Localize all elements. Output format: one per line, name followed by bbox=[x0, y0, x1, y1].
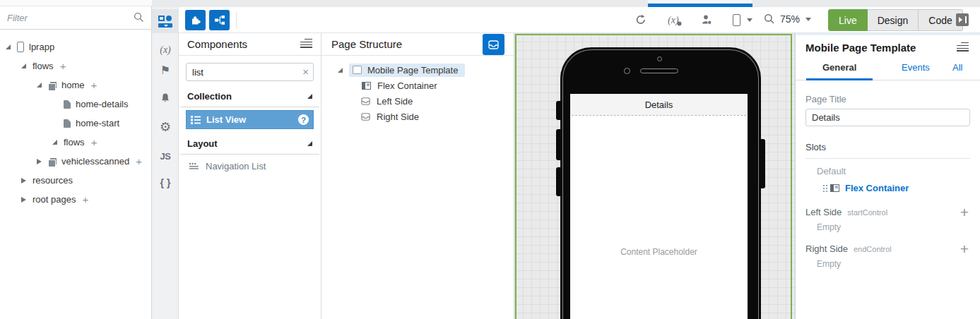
tree-item-label: flows bbox=[64, 137, 85, 148]
caret-expanded-icon[interactable] bbox=[37, 83, 42, 88]
hierarchy-icon bbox=[214, 15, 225, 25]
components-search: × bbox=[186, 63, 314, 81]
puzzle-icon bbox=[189, 14, 201, 26]
caret-collapsed-icon[interactable] bbox=[21, 178, 26, 183]
main-toolbar: (x) 75% Live Design Code bbox=[179, 7, 980, 33]
components-panel-title: Components bbox=[187, 38, 247, 50]
page-icon bbox=[64, 119, 71, 128]
components-palette-icon[interactable] bbox=[152, 9, 179, 33]
component-item-navigation-list[interactable]: Navigation List bbox=[179, 155, 321, 178]
drag-handle-icon[interactable] bbox=[823, 185, 825, 186]
components-panel-header: Components bbox=[179, 33, 321, 56]
add-icon[interactable]: + bbox=[91, 80, 98, 90]
phone-screen: Details Content Placeholder bbox=[570, 94, 748, 319]
left-panel-top-strip bbox=[0, 0, 152, 6]
caret-expanded-icon[interactable] bbox=[52, 140, 57, 145]
variables-badge-icon[interactable]: (x) bbox=[668, 15, 682, 26]
section-header-layout[interactable]: Layout bbox=[180, 138, 319, 155]
tree-item-root-pages[interactable]: root pages + bbox=[0, 190, 151, 209]
tree-item-home-start[interactable]: home-start bbox=[0, 114, 151, 133]
flow-stack-icon bbox=[48, 81, 57, 90]
tab-events[interactable]: Events bbox=[902, 62, 930, 73]
component-item-label: List View bbox=[206, 114, 298, 125]
panel-menu-icon[interactable] bbox=[300, 39, 312, 50]
clear-search-icon[interactable]: × bbox=[302, 66, 309, 78]
design-canvas[interactable]: Details Content Placeholder bbox=[514, 33, 795, 319]
components-search-input[interactable] bbox=[186, 63, 314, 81]
filter-input[interactable] bbox=[0, 6, 151, 29]
device-selector[interactable] bbox=[733, 14, 752, 26]
archive-button[interactable] bbox=[483, 34, 504, 55]
structure-item-right-side[interactable]: Right Side bbox=[321, 109, 514, 124]
structure-item-mobile-page-template[interactable]: Mobile Page Template bbox=[321, 62, 514, 78]
zoom-selector[interactable]: 75% bbox=[764, 13, 811, 25]
variables-icon[interactable]: (x) bbox=[152, 42, 179, 58]
page-template-icon bbox=[353, 66, 362, 74]
structure-item-label: Flex Container bbox=[377, 80, 437, 91]
phone-camera-dot bbox=[657, 56, 662, 61]
left-side-slot-label: Left Side bbox=[805, 207, 842, 217]
tab-general[interactable]: General bbox=[822, 62, 856, 73]
structure-tab-button[interactable] bbox=[209, 10, 230, 30]
javascript-icon[interactable]: JS bbox=[152, 148, 179, 164]
caret-collapsed-icon[interactable] bbox=[37, 159, 42, 164]
panel-menu-icon[interactable] bbox=[957, 42, 969, 54]
section-title: Collection bbox=[187, 91, 232, 102]
flag-icon[interactable]: ⚑ bbox=[152, 62, 179, 78]
add-icon[interactable]: + bbox=[136, 156, 142, 167]
tree-item-label: home-details bbox=[76, 99, 128, 109]
components-palette-glyph bbox=[158, 16, 172, 28]
tree-item-resources[interactable]: resources bbox=[0, 171, 151, 190]
top-tab-strip bbox=[152, 0, 980, 7]
page-header[interactable]: Details bbox=[570, 94, 748, 115]
left-side-slot-row: Left Side startControl + bbox=[805, 207, 970, 217]
component-item-list-view[interactable]: List View ? bbox=[186, 110, 314, 129]
tree-item-home[interactable]: home + bbox=[0, 76, 151, 95]
tree-item-label: root pages bbox=[33, 194, 76, 205]
structure-item-label: Left Side bbox=[377, 96, 413, 107]
section-header-collection[interactable]: Collection bbox=[180, 91, 319, 107]
page-header-title: Details bbox=[645, 100, 673, 110]
zoom-level: 75% bbox=[780, 13, 800, 25]
page-icon bbox=[64, 100, 71, 109]
caret-expanded-icon[interactable] bbox=[338, 68, 343, 73]
help-icon[interactable]: ? bbox=[298, 114, 309, 125]
structure-item-left-side[interactable]: Left Side bbox=[321, 93, 514, 109]
live-mode-button[interactable]: Live bbox=[828, 9, 868, 31]
tab-all[interactable]: All bbox=[952, 62, 962, 73]
add-right-side-button[interactable]: + bbox=[960, 241, 969, 258]
add-left-side-button[interactable]: + bbox=[960, 204, 969, 221]
component-item-label: Navigation List bbox=[206, 161, 266, 171]
add-icon[interactable]: + bbox=[82, 194, 88, 205]
collapse-panel-icon[interactable] bbox=[956, 13, 969, 26]
caret-expanded-icon[interactable] bbox=[6, 44, 11, 49]
refresh-icon[interactable] bbox=[634, 13, 647, 26]
app-tree: lprapp flows + home + home-details home-… bbox=[0, 30, 151, 209]
tree-item-vehiclesscanned[interactable]: vehiclesscanned + bbox=[0, 152, 151, 171]
page-title-input[interactable] bbox=[805, 109, 970, 126]
filter-row bbox=[0, 6, 151, 30]
json-icon[interactable]: { } bbox=[152, 175, 179, 191]
add-icon[interactable]: + bbox=[91, 137, 98, 148]
caret-collapsed-icon[interactable] bbox=[21, 197, 26, 203]
tree-item-home-details[interactable]: home-details bbox=[0, 95, 151, 114]
left-side-control-name: startControl bbox=[847, 208, 887, 217]
tree-item-lprapp[interactable]: lprapp bbox=[0, 37, 151, 56]
tree-item-label: home-start bbox=[76, 118, 119, 128]
add-icon[interactable]: + bbox=[60, 61, 66, 71]
structure-item-flex-container[interactable]: Flex Container bbox=[321, 78, 514, 93]
design-mode-button[interactable]: Design bbox=[868, 9, 919, 31]
settings-icon[interactable]: ⚙ bbox=[152, 119, 179, 135]
tree-item-flows-nested[interactable]: flows + bbox=[0, 133, 151, 152]
page-content-area[interactable]: Content Placeholder bbox=[572, 115, 746, 319]
tree-item-flows[interactable]: flows + bbox=[0, 56, 151, 76]
page-structure-tree: Mobile Page Template Flex Container Left… bbox=[321, 56, 514, 124]
default-slot-flex-container-link[interactable]: Flex Container bbox=[823, 183, 970, 193]
components-tab-button[interactable] bbox=[185, 10, 206, 30]
bell-icon[interactable] bbox=[152, 90, 179, 106]
left-side-empty-value: Empty bbox=[817, 222, 970, 232]
caret-expanded-icon[interactable] bbox=[21, 64, 26, 68]
phone-sensor-dot bbox=[624, 68, 630, 74]
user-audit-icon[interactable] bbox=[700, 13, 713, 26]
chevron-down-icon bbox=[805, 18, 811, 21]
